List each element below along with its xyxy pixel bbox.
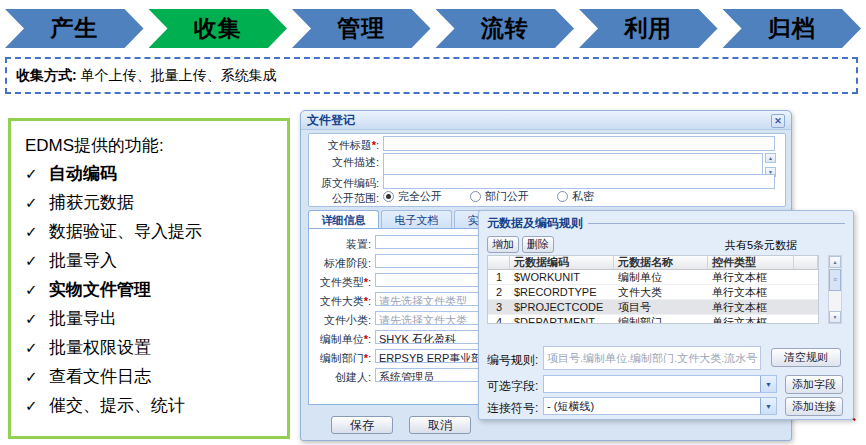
field-label: 编号规则: [487,352,541,369]
flow-step-label: 利用 [624,13,672,44]
scroll-up-icon[interactable]: ▲ [829,256,841,268]
edms-title: EDMS提供的功能: [25,133,279,159]
metadata-rules-panel: 元数据及编码规则 增加 删除 共有5条元数据 元数据编码 元数据名称 控件类型 … [478,210,854,420]
scroll-up-icon[interactable]: ▲ [765,153,776,163]
edms-feature-list: ✓自动编码 ✓捕获元数据 ✓数据验证、导入提示 ✓批量导入 ✓实物文件管理 ✓批… [25,159,279,420]
visibility-radio-group: 完全公开 部门公开 私密 [383,189,616,204]
banner-text: 单个上传、批量上传、系统集成 [81,67,277,85]
list-item: ✓查看文件日志 [25,362,279,391]
radio-option-dept-public[interactable]: 部门公开 [470,189,529,204]
check-icon: ✓ [25,159,49,188]
field-label: 文件类型*: [309,275,371,290]
save-button[interactable]: 保存 [331,416,393,434]
list-item: ✓数据验证、导入提示 [25,217,279,246]
flow-step-label: 管理 [337,13,385,44]
list-item: ✓批量导入 [25,246,279,275]
check-icon: ✓ [25,304,49,333]
check-icon: ✓ [25,391,49,420]
collect-method-banner: 收集方式: 单个上传、批量上传、系统集成 [5,57,858,94]
field-label: 标准阶段: [309,256,371,271]
metadata-count: 共有5条元数据 [725,238,797,253]
table-header-row: 元数据编码 元数据名称 控件类型 [488,256,818,270]
col-header-type: 控件类型 [708,256,794,269]
check-icon: ✓ [25,333,49,362]
radio-option-private[interactable]: 私密 [557,189,594,204]
check-icon: ✓ [25,362,49,391]
connector-combo[interactable]: - (短横线) ▼ [543,397,777,415]
chevron-down-icon[interactable]: ▼ [760,398,776,414]
field-label: 文件大类*: [309,294,371,309]
tab-detail-info[interactable]: 详细信息 [308,210,379,229]
scrollbar-thumb[interactable]: ≡ [829,269,841,291]
radio-icon[interactable] [470,191,481,202]
field-label: 文件标题*: [311,138,379,153]
flow-step-utilize: 利用 [579,9,718,48]
flow-step-label: 产生 [50,13,98,44]
edms-feature-box: EDMS提供的功能: ✓自动编码 ✓捕获元数据 ✓数据验证、导入提示 ✓批量导入… [8,118,290,439]
check-icon: ✓ [25,188,49,217]
panel-legend: 元数据及编码规则 [487,215,845,232]
title-input[interactable] [383,136,775,151]
field-label: 装置: [309,237,371,252]
list-item: ✓批量导出 [25,304,279,333]
dialog-title: 文件登记 [307,112,355,129]
delete-button[interactable]: 删除 [522,236,554,253]
check-icon: ✓ [25,217,49,246]
cancel-button[interactable]: 取消 [409,416,471,434]
field-label: 文件小类: [309,313,371,328]
tab-electronic-doc[interactable]: 电子文档 [381,210,452,229]
add-field-button[interactable]: 添加字段 [785,375,843,394]
clear-rule-button[interactable]: 清空规则 [771,348,841,367]
table-row[interactable]: 2 $RECORDTYPE 文件大类 单行文本框 [488,285,818,300]
flow-step-collect: 收集 [149,9,288,48]
dialog-titlebar[interactable]: 文件登记 [301,111,791,130]
basic-info-panel: 文件标题*: 文件描述: ▲ ▼ 原文件编码: 公开范围: 完全公开 部门公开 [308,133,786,207]
list-item: ✓批量权限设置 [25,333,279,362]
field-label: 文件描述: [311,155,379,170]
field-label: 编制部门*: [309,351,371,366]
flow-step-label: 流转 [481,13,529,44]
scroll-down-icon[interactable]: ▼ [829,311,841,323]
field-label: 编制单位*: [309,332,371,347]
flow-step-manage: 管理 [292,9,431,48]
table-row[interactable]: 4 $DEPARTMENT 编制部门 单行文本框 [488,315,818,324]
close-icon[interactable]: ✕ [771,114,785,128]
original-code-input[interactable] [383,174,775,189]
flow-step-label: 收集 [194,13,242,44]
list-item: ✓实物文件管理 [25,275,279,304]
field-label: 连接符号: [487,400,541,417]
radio-icon[interactable] [383,191,394,202]
radio-option-full-public[interactable]: 完全公开 [383,189,442,204]
numbering-rule-input[interactable]: 项目号.编制单位.编制部门.文件大类.流水号 [543,346,761,370]
flow-step-archive: 归档 [723,9,862,48]
add-button[interactable]: 增加 [487,236,519,253]
table-row[interactable]: 1 $WORKUNIT 编制单位 单行文本框 [488,270,818,285]
slide-canvas: 产生 收集 管理 流转 利用 归档 收集方式: 单个上传、批量上传、系统集成 E… [0,0,866,445]
flow-step-circulate: 流转 [436,9,575,48]
list-item: ✓自动编码 [25,159,279,188]
table-scrollbar[interactable]: ▲ ≡ ▼ [828,255,842,324]
check-icon: ✓ [25,246,49,275]
add-connector-button[interactable]: 添加连接 [785,397,843,416]
field-label: 公开范围: [311,191,379,206]
flow-step-label: 归档 [768,13,816,44]
table-row[interactable]: 3 $PROJECTCODE 项目号 单行文本框 [488,300,818,315]
chevron-down-icon[interactable]: ▼ [760,376,776,392]
process-flow: 产生 收集 管理 流转 利用 归档 [5,9,861,48]
field-label: 可选字段: [487,378,541,395]
metadata-table: 元数据编码 元数据名称 控件类型 1 $WORKUNIT 编制单位 单行文本框 … [487,255,819,324]
flow-step-produce: 产生 [5,9,144,48]
radio-icon[interactable] [557,191,568,202]
field-label: 原文件编码: [311,176,379,191]
col-header-name: 元数据名称 [614,256,708,269]
list-item: ✓捕获元数据 [25,188,279,217]
field-label: 创建人: [309,370,371,385]
list-item: ✓催交、提示、统计 [25,391,279,420]
banner-label: 收集方式: [16,67,77,85]
check-icon: ✓ [25,275,49,304]
col-header-code: 元数据编码 [510,256,614,269]
optional-field-combo[interactable]: ▼ [543,375,777,393]
